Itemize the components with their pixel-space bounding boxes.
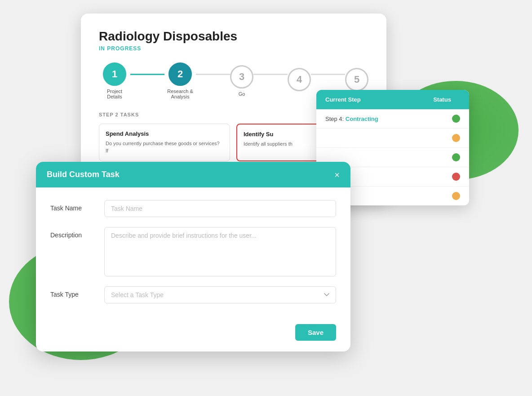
- contracting-link[interactable]: Contracting: [346, 116, 378, 122]
- task-card-1-desc: Do you currently purchase these goods or…: [106, 140, 223, 155]
- modal-footer: Save: [36, 324, 350, 352]
- status-row-1: Step 4: Contracting: [316, 109, 469, 129]
- radiology-title: Radiology Disposables: [99, 30, 368, 44]
- status-header-step: Current Step: [325, 96, 424, 103]
- step-circle-5: 5: [345, 68, 368, 91]
- description-label: Description: [50, 227, 104, 239]
- modal-close-button[interactable]: ×: [334, 170, 340, 179]
- step-circle-3: 3: [230, 65, 253, 89]
- task-name-label: Task Name: [50, 200, 104, 212]
- status-header-status: Status: [424, 96, 460, 103]
- step-line-1-2: [130, 74, 164, 75]
- status-dot-1: [452, 115, 460, 123]
- modal-title: Build Custom Task: [47, 170, 120, 179]
- task-name-row: Task Name: [50, 200, 336, 217]
- task-name-input[interactable]: [104, 200, 336, 217]
- description-row: Description: [50, 227, 336, 276]
- description-input[interactable]: [104, 227, 336, 276]
- step-label-3: Go: [239, 91, 245, 97]
- step-circle-1: 1: [103, 62, 126, 86]
- task-type-label: Task Type: [50, 286, 104, 298]
- task-type-row: Task Type Select a Task Type Document Up…: [50, 286, 336, 303]
- status-dot-3: [452, 153, 460, 161]
- step-label-1: Project Details: [99, 89, 130, 99]
- status-dot-4: [452, 173, 460, 181]
- step-2: 2 Research & Analysis: [164, 62, 196, 99]
- status-row-1-label: Step 4: Contracting: [325, 116, 452, 122]
- step-line-3-4: [253, 74, 288, 75]
- modal-body: Task Name Description Task Type Select a…: [36, 187, 350, 324]
- status-card-header: Current Step Status: [316, 90, 469, 109]
- step-3: 3 Go: [230, 65, 253, 97]
- task-type-select[interactable]: Select a Task Type Document Upload Form …: [104, 286, 336, 303]
- step-1: 1 Project Details: [99, 62, 130, 99]
- task-card-1: Spend Analysis Do you currently purchase…: [99, 124, 230, 161]
- modal-header: Build Custom Task ×: [36, 162, 350, 187]
- status-dot-5: [452, 192, 460, 200]
- status-dot-2: [452, 134, 460, 142]
- step-label-2: Research & Analysis: [164, 89, 196, 99]
- step-circle-4: 4: [288, 68, 311, 91]
- step-line-2-3: [196, 74, 230, 75]
- save-button[interactable]: Save: [295, 324, 336, 341]
- step-4: 4: [288, 68, 311, 94]
- step-line-4-5: [311, 74, 345, 75]
- status-row-2: [316, 129, 469, 148]
- radiology-status: IN PROGRESS: [99, 45, 368, 52]
- task-card-1-title: Spend Analysis: [106, 130, 223, 137]
- build-custom-task-modal: Build Custom Task × Task Name Descriptio…: [36, 162, 350, 352]
- step-circle-2: 2: [168, 62, 192, 86]
